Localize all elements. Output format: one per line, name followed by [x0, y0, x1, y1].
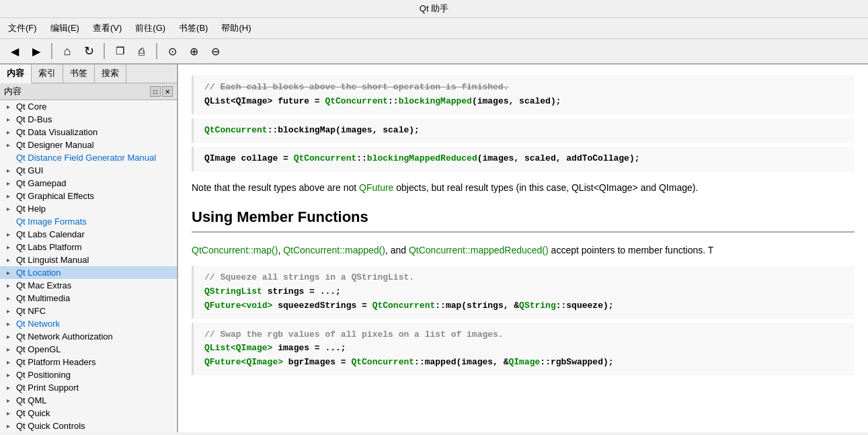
menu-bookmark[interactable]: 书签(B): [176, 21, 210, 36]
sidebar-item-qt-labs-cal[interactable]: ▸Qt Labs Calendar: [0, 228, 177, 241]
qfuture-link[interactable]: QFuture: [359, 182, 393, 193]
sidebar-item-qt-network-auth[interactable]: ▸Qt Network Authorization: [0, 330, 177, 343]
tree-item-label: Qt QML: [16, 395, 47, 405]
forward-button[interactable]: ▶: [27, 42, 46, 61]
tree-item-label: Qt Data Visualization: [16, 127, 97, 137]
tree-arrow: ▸: [7, 346, 13, 353]
tree-item-label: Qt Quick Controls: [16, 421, 85, 431]
sidebar-close-btn[interactable]: ✕: [162, 86, 173, 97]
content-area[interactable]: // Each call blocks above the short oper…: [178, 65, 868, 432]
zoom-out-button[interactable]: ⊖: [206, 42, 225, 61]
sidebar-tab-bar: 内容 索引 书签 搜索: [0, 65, 177, 83]
tree-item-label: Qt OpenGL: [16, 344, 61, 354]
copy-button[interactable]: ❐: [110, 42, 129, 61]
sidebar-item-qt-mac[interactable]: ▸Qt Mac Extras: [0, 279, 177, 292]
content-scroll: // Each call blocks above the short oper…: [178, 65, 868, 386]
tree-item-label: Qt Positioning: [16, 370, 71, 380]
tab-bookmarks[interactable]: 书签: [63, 65, 95, 83]
tree-item-label: Qt Help: [16, 204, 46, 214]
toolbar-separator-3: [156, 43, 157, 59]
sidebar-item-qt-core[interactable]: ▸Qt Core: [0, 100, 177, 113]
tab-contents[interactable]: 内容: [0, 65, 32, 83]
sidebar-header-label: 内容: [4, 85, 22, 97]
sidebar-item-qt-positioning[interactable]: ▸Qt Positioning: [0, 368, 177, 381]
section-title-member-functions: Using Member Functions: [192, 200, 855, 233]
sync-button[interactable]: ↻: [79, 42, 98, 61]
back-button[interactable]: ◀: [5, 42, 24, 61]
sidebar-item-qt-designer[interactable]: ▸Qt Designer Manual: [0, 139, 177, 151]
sidebar-item-qt-network[interactable]: ▸Qt Network: [0, 317, 177, 330]
tree-item-label: Qt Print Support: [16, 383, 79, 393]
sidebar-item-qt-location[interactable]: ▸Qt Location: [0, 266, 177, 279]
tree-item-label: Qt Labs Calendar: [16, 229, 85, 239]
print-button[interactable]: ⎙: [132, 42, 151, 61]
tree-arrow: ▸: [7, 333, 13, 340]
title-bar: Qt 助手: [0, 0, 868, 18]
sidebar-item-qt-help[interactable]: ▸Qt Help: [0, 202, 177, 215]
sidebar-item-qt-gamepad[interactable]: ▸Qt Gamepad: [0, 177, 177, 190]
sidebar-item-qt-print-support[interactable]: ▸Qt Print Support: [0, 381, 177, 394]
tree-item-label: Qt Gamepad: [16, 178, 66, 188]
sidebar-item-qt-quick-controls[interactable]: ▸Qt Quick Controls: [0, 420, 177, 432]
tree-arrow: ▸: [7, 167, 13, 174]
sidebar-item-qt-qml[interactable]: ▸Qt QML: [0, 394, 177, 407]
tree-arrow: ▸: [7, 294, 13, 302]
tree-arrow: ▸: [7, 422, 13, 430]
sidebar-expand-btn[interactable]: □: [150, 86, 161, 97]
sidebar: 内容 索引 书签 搜索 内容 □ ✕ ▸Qt Core▸Qt D-Bus▸Qt …: [0, 65, 178, 432]
tree-arrow: ▸: [7, 384, 13, 391]
tree-arrow: ▸: [7, 192, 13, 200]
menu-file[interactable]: 文件(F): [5, 21, 40, 36]
tree-item-label: Qt GUI: [16, 165, 43, 175]
main-container: 内容 索引 书签 搜索 内容 □ ✕ ▸Qt Core▸Qt D-Bus▸Qt …: [0, 65, 868, 432]
code-block-rgb: // Swap the rgb values of all pixels on …: [192, 323, 855, 375]
sidebar-item-qt-data-vis[interactable]: ▸Qt Data Visualization: [0, 126, 177, 139]
tree-item-label: Qt Graphical Effects: [16, 191, 94, 201]
code-block-squeeze: // Squeeze all strings in a QStringList.…: [192, 266, 855, 318]
zoom-in-button[interactable]: ⊕: [184, 42, 203, 61]
tree-arrow: ▸: [7, 358, 13, 366]
sidebar-item-qt-dbus[interactable]: ▸Qt D-Bus: [0, 113, 177, 126]
map-link[interactable]: QtConcurrent::map(): [192, 245, 278, 255]
sidebar-item-qt-nfc[interactable]: ▸Qt NFC: [0, 305, 177, 317]
sidebar-item-qt-graphical[interactable]: ▸Qt Graphical Effects: [0, 190, 177, 202]
tree-arrow: ▸: [7, 128, 13, 136]
sidebar-item-qt-gui[interactable]: ▸Qt GUI: [0, 164, 177, 177]
sidebar-item-qt-linguist[interactable]: ▸Qt Linguist Manual: [0, 253, 177, 266]
code-block-1: // Each call blocks above the short oper…: [192, 75, 855, 114]
menu-view[interactable]: 查看(V): [90, 21, 124, 36]
toolbar-separator-2: [104, 43, 105, 59]
tree-arrow: ▸: [7, 307, 13, 315]
tab-search[interactable]: 搜索: [95, 65, 126, 83]
mapped-link[interactable]: QtConcurrent::mapped(): [283, 245, 385, 255]
mapped-reduced-link[interactable]: QtConcurrent::mappedReduced(): [409, 245, 549, 255]
menu-help[interactable]: 帮助(H): [219, 21, 253, 36]
sidebar-item-qt-multimedia[interactable]: ▸Qt Multimedia: [0, 292, 177, 305]
tree-item-label: Qt Image Formats: [16, 216, 87, 227]
menu-go[interactable]: 前往(G): [132, 21, 168, 36]
tree-arrow: ▸: [7, 409, 13, 417]
body-paragraph: QtConcurrent::map(), QtConcurrent::mappe…: [192, 239, 855, 262]
zoom-default-button[interactable]: ⊙: [163, 42, 182, 61]
tree-arrow: ▸: [7, 103, 13, 110]
tree-arrow: ▸: [7, 269, 13, 276]
tree-item-label: Qt Core: [16, 102, 47, 112]
toolbar: ◀ ▶ ⌂ ↻ ❐ ⎙ ⊙ ⊕ ⊖: [0, 39, 868, 65]
home-button[interactable]: ⌂: [58, 42, 77, 61]
tree-item-label: Qt D-Bus: [16, 114, 52, 124]
tab-index[interactable]: 索引: [32, 65, 63, 83]
sidebar-tree: ▸Qt Core▸Qt D-Bus▸Qt Data Visualization▸…: [0, 100, 177, 432]
code-block-2: QtConcurrent::blockingMap(images, scale)…: [192, 118, 855, 143]
tree-arrow: ▸: [7, 282, 13, 289]
sidebar-item-qt-quick[interactable]: ▸Qt Quick: [0, 407, 177, 420]
toolbar-separator-1: [51, 43, 52, 59]
sidebar-item-qt-distance[interactable]: Qt Distance Field Generator Manual: [0, 151, 177, 164]
sidebar-item-qt-opengl[interactable]: ▸Qt OpenGL: [0, 343, 177, 356]
tree-arrow: ▸: [7, 371, 13, 379]
sidebar-item-qt-platform-headers[interactable]: ▸Qt Platform Headers: [0, 356, 177, 368]
sidebar-item-qt-labs-plat[interactable]: ▸Qt Labs Platform: [0, 241, 177, 253]
tree-item-label: Qt Multimedia: [16, 293, 70, 303]
menu-edit[interactable]: 编辑(E): [48, 21, 82, 36]
sidebar-item-qt-image[interactable]: Qt Image Formats: [0, 215, 177, 228]
tree-item-label: Qt Mac Extras: [16, 280, 71, 290]
